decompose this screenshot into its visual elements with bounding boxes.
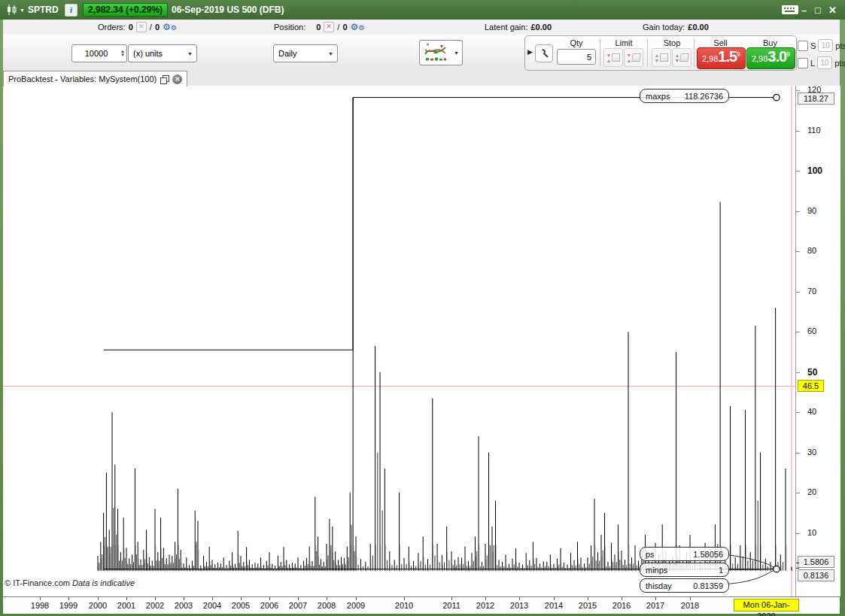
x-axis-label: 2011 [442,601,460,610]
x-axis-tick [269,597,270,600]
buy-button[interactable]: 2,983.09 [746,47,795,69]
maximize-button[interactable]: □ [815,0,828,20]
status-bar: Orders: 0 ✕ / 0 ⚙⚙ Position: 0 ✕ / 0 ⚙⚙ … [3,20,840,35]
y-axis-label [796,563,799,563]
wrench-button[interactable] [535,44,553,62]
x-axis-label: 1999 [59,601,78,610]
orders-open-count: 0 [129,23,133,32]
limit-pts-label: pts [834,59,845,68]
x-axis-tick [327,597,327,600]
x-axis-label: 2012 [476,601,494,610]
maxps-annotation[interactable]: maxps 118.26736 [640,89,729,103]
timeframe-dropdown-icon: ▼ [328,51,333,56]
tab-bar: ProBacktest - Variables: MySystem(100) ✕ [3,71,840,86]
y-axis-label: 10 [807,528,816,537]
y-axis-label: 80 [807,246,816,255]
buy-price-sup: 9 [786,50,790,58]
orders-label: Orders: [98,23,126,32]
minps-label: minps [646,566,667,575]
latent-gain-group: Latent gain: £0.00 [485,20,552,35]
gain-today-label: Gain today: [643,23,685,32]
quantity-spinner-arrows[interactable]: ▲▼ [120,50,125,57]
y-axis-label: 60 [807,326,816,335]
thisday-value: 0.81359 [693,581,723,590]
stop-checkbox[interactable] [798,41,808,51]
y-axis[interactable]: 102030405060708090100110120118.2746.51.5… [795,86,840,596]
x-axis-tick [622,597,622,600]
tab-probacktest-variables[interactable]: ProBacktest - Variables: MySystem(100) ✕ [3,71,187,86]
orders-pending-count: 0 [155,23,160,32]
x-axis-label: 2014 [545,601,563,610]
thisday-annotation[interactable]: thisday 0.81359 [640,578,729,593]
session-info: 06-Sep-2019 US 500 (DFB) [172,0,284,20]
ps-value: 1.58056 [693,550,723,559]
y-axis-label [796,332,800,332]
orders-slash: / [150,23,152,32]
stop-pts-input[interactable]: 10 [818,39,833,52]
tab-close-icon[interactable]: ✕ [172,74,182,84]
x-axis-label: 2004 [203,601,221,610]
title-bar: ▼ SPTRD i 2,982.34 (+0.29%) 06-Sep-2019 … [0,0,845,20]
y-axis-label [796,533,800,534]
position-label: Position: [274,23,305,32]
stop-buy-button[interactable]: ▲▼ [672,48,692,67]
chart-type-dropdown[interactable]: ▼ [451,40,463,65]
x-axis[interactable]: 1998199920002001200220032004200520062007… [3,596,840,614]
position-group: Position: 0 ✕ / 0 ⚙⚙ [274,20,364,35]
orders-settings-icon[interactable]: ⚙⚙ [163,23,177,32]
y-axis-label: 20 [807,487,816,496]
x-axis-tick [184,597,184,600]
x-axis-tick [298,597,299,600]
y-axis-label [796,211,800,212]
detach-window-icon[interactable] [160,75,169,83]
wrench-icon [539,48,549,59]
x-axis-tick [98,597,99,600]
close-button[interactable]: ✕ [828,0,842,20]
limit-pts-input[interactable]: 10 [817,56,832,69]
timeframe-select[interactable]: Daily ▼ [273,44,338,62]
latent-gain-value: £0.00 [531,23,552,32]
units-select[interactable]: (x) units ▼ [128,44,197,62]
y-axis-label [796,568,799,569]
minimize-button[interactable]: – [801,0,815,20]
sell-button[interactable]: 2,981.59 [697,47,746,69]
x-axis-label: 2001 [117,601,135,610]
x-axis-tick [68,597,69,600]
x-axis-label: 2000 [89,601,107,610]
variables-chart-canvas[interactable] [3,86,795,596]
y-axis-label [796,292,800,293]
units-dropdown-icon: ▼ [187,51,193,56]
y-axis-label: 118.27 [798,93,834,105]
chart-type-button[interactable] [419,40,452,65]
limit-l-label: L [810,59,815,68]
x-axis-tick [451,597,452,600]
stop-sell-button[interactable]: ▲▼ [652,48,671,67]
ps-annotation[interactable]: ps 1.58056 [640,547,729,561]
x-axis-label: 2002 [146,601,164,610]
candlestick-icon[interactable] [6,0,18,20]
buy-price-big: 3.0 [767,48,786,65]
panel-collapse-icon[interactable]: ▶ [527,48,533,56]
position-settings-icon[interactable]: ⚙⚙ [351,23,365,32]
chevron-down-icon[interactable]: ▼ [20,0,25,20]
sell-price-big: 1.5 [718,48,737,65]
close-position-icon[interactable]: ✕ [324,22,334,32]
chart-type-dropdown-icon: ▼ [454,50,459,56]
limit-checkbox[interactable] [798,58,808,68]
quantity-stepper[interactable]: 10000 ▲▼ [71,44,127,62]
limit-sell-button[interactable]: ▼▲ [624,48,643,67]
limit-buy-button[interactable]: ▼▲ [603,48,623,67]
keyboard-icon[interactable] [782,0,798,20]
y-axis-label: 90 [807,206,816,215]
qty-input[interactable]: 5 [557,49,596,65]
minps-annotation[interactable]: minps 1 [640,563,729,577]
maxps-value: 118.26736 [685,92,723,101]
cursor-date-label: Mon 06-Jan-2020 [734,599,799,611]
maxps-label: maxps [646,92,670,101]
stop-pts-label: pts [835,41,845,50]
cancel-orders-icon[interactable]: ✕ [136,22,147,32]
y-axis-label [796,90,800,91]
minps-value: 1 [719,566,723,575]
x-axis-label: 1998 [31,601,49,610]
info-icon[interactable]: i [65,0,78,20]
